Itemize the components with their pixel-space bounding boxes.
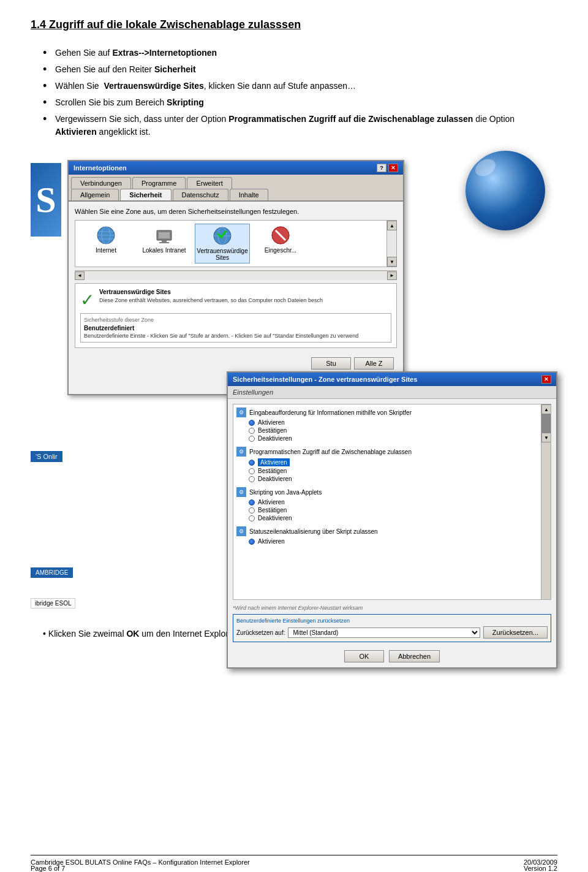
stu-button[interactable]: Stu bbox=[311, 357, 351, 370]
dialog-footer-btns: OK Abbrechen bbox=[228, 645, 556, 667]
page-wrapper: 1.4 Zugriff auf die lokale Zwischenablag… bbox=[0, 0, 588, 872]
version-label: Version 1.2 bbox=[524, 865, 557, 872]
radio-1-c[interactable] bbox=[249, 436, 255, 442]
radio-2-a[interactable] bbox=[249, 460, 255, 466]
benurtz-desc: Benutzerdefinierte Einste - Klicken Sie … bbox=[84, 333, 388, 339]
option-aktivieren-2[interactable]: Aktivieren bbox=[249, 458, 548, 466]
zone-intranet-label: Lokales Intranet bbox=[142, 247, 186, 254]
option-deaktivieren-3[interactable]: Deaktivieren bbox=[249, 515, 548, 521]
titlebar-controls: ? ✕ bbox=[377, 164, 398, 172]
radio-4-a[interactable] bbox=[249, 539, 255, 545]
reset-button[interactable]: Zurücksetzen... bbox=[483, 626, 548, 639]
setting-group-zwischenablage: ⚙ Programmatischen Zugriff auf die Zwisc… bbox=[236, 447, 548, 482]
s-online-label: 'S Onlir bbox=[31, 451, 62, 462]
alle-button[interactable]: Alle Z bbox=[354, 357, 394, 370]
cambridge-label: AMBRIDGE bbox=[31, 567, 73, 578]
radio-1-b[interactable] bbox=[249, 428, 255, 434]
security-dialog-title: Sicherheitseinstellungen - Zone vertraue… bbox=[233, 376, 417, 383]
aktivieren-bold: Aktivieren bbox=[55, 127, 97, 137]
group4-label: Statuszeilenaktualisierung über Skript z… bbox=[249, 528, 378, 535]
trusted-info: Vertrauenswürdige Sites Diese Zone enthä… bbox=[99, 289, 323, 306]
option-bestaetigen-1[interactable]: Bestätigen bbox=[249, 427, 548, 434]
reset-section: Benutzerdefinierte Einstellungen zurücks… bbox=[233, 614, 551, 642]
option-bestaetigen-2[interactable]: Bestätigen bbox=[249, 468, 548, 474]
radio-3-b[interactable] bbox=[249, 507, 255, 514]
radio-label-2c: Deaktivieren bbox=[258, 476, 292, 482]
trusted-desc: Diese Zone enthält Websites, ausreichend… bbox=[99, 297, 323, 303]
page-footer: Cambridge ESOL BULATS Online FAQs – Konf… bbox=[31, 855, 557, 866]
radio-3-c[interactable] bbox=[249, 515, 255, 521]
scroll-up[interactable]: ▲ bbox=[387, 221, 397, 230]
internet-icon bbox=[96, 226, 116, 245]
list-item: Wählen Sie Vertrauenswürdige Sites, klic… bbox=[43, 80, 557, 93]
reset-select[interactable]: Mittel (Standard) bbox=[288, 627, 480, 638]
sicherheit-bold: Sicherheit bbox=[154, 64, 196, 74]
zones-container: Internet Lokales Intranet bbox=[75, 220, 397, 267]
svg-rect-8 bbox=[159, 242, 169, 243]
option-aktivieren-1[interactable]: Aktivieren bbox=[249, 419, 548, 426]
tab-erweitert[interactable]: Erweitert bbox=[187, 177, 232, 189]
reset-row: Zurücksetzen auf: Mittel (Standard) Zurü… bbox=[236, 626, 548, 639]
list-item: Vergewissern Sie sich, dass unter der Op… bbox=[43, 113, 557, 138]
security-dialog: Sicherheitseinstellungen - Zone vertraue… bbox=[227, 371, 557, 669]
list-item: Scrollen Sie bis zum Bereich Skripting bbox=[43, 96, 557, 109]
scroll-down[interactable]: ▼ bbox=[387, 257, 397, 267]
radio-label-4a: Aktivieren bbox=[258, 538, 285, 545]
zones-scrollbar[interactable]: ▲ ▼ bbox=[386, 221, 396, 267]
option-deaktivieren-2[interactable]: Deaktivieren bbox=[249, 476, 548, 482]
setting-group-statuszeile: ⚙ Statuszeilenaktualisierung über Skript… bbox=[236, 526, 548, 545]
trusted-panel: ✓ Vertrauenswürdige Sites Diese Zone ent… bbox=[75, 283, 397, 348]
intranet-icon bbox=[154, 226, 174, 245]
radio-label-3b: Bestätigen bbox=[258, 507, 287, 514]
radio-2-c[interactable] bbox=[249, 476, 255, 482]
option-deaktivieren-1[interactable]: Deaktivieren bbox=[249, 435, 548, 442]
group2-title: ⚙ Programmatischen Zugriff auf die Zwisc… bbox=[236, 447, 548, 457]
zone-trusted[interactable]: Vertrauenswürdige Sites bbox=[195, 224, 250, 263]
tab-allgemein[interactable]: Allgemein bbox=[71, 189, 119, 200]
settings-header: Einstellungen bbox=[228, 386, 556, 399]
setting-icon-1: ⚙ bbox=[236, 408, 246, 417]
tab-sicherheit[interactable]: Sicherheit bbox=[120, 189, 171, 200]
group2-label: Programmatischen Zugriff auf die Zwische… bbox=[249, 449, 412, 455]
security-close-btn[interactable]: ✕ bbox=[541, 375, 551, 384]
group4-title: ⚙ Statuszeilenaktualisierung über Skript… bbox=[236, 526, 548, 536]
radio-1-a[interactable] bbox=[249, 420, 255, 426]
option-aktivieren-3[interactable]: Aktivieren bbox=[249, 499, 548, 506]
tab-programme[interactable]: Programme bbox=[132, 177, 186, 189]
radio-label-1b: Bestätigen bbox=[258, 427, 287, 434]
help-btn[interactable]: ? bbox=[377, 164, 386, 172]
group1-title: ⚙ Eingabeaufforderung für Informationen … bbox=[236, 408, 548, 417]
settings-scrollbar[interactable]: ▲ ▼ bbox=[541, 404, 551, 599]
tabs-row1: Verbindungen Programme Erweitert bbox=[69, 175, 403, 189]
zone-restricted[interactable]: Eingeschr... bbox=[253, 224, 308, 263]
zones-hscrollbar[interactable]: ◄ ► bbox=[75, 270, 397, 280]
ie-titlebar: Internetoptionen ? ✕ bbox=[69, 161, 403, 175]
globe-circle bbox=[466, 151, 545, 230]
cancel-button[interactable]: Abbrechen bbox=[389, 650, 440, 662]
page-number: Page 6 of 7 bbox=[31, 865, 65, 872]
zone-restricted-label: Eingeschr... bbox=[265, 247, 296, 254]
benutzerdefiniert: Benutzerdefiniert bbox=[84, 325, 388, 332]
zone-internet[interactable]: Internet bbox=[78, 224, 134, 263]
tab-datenschutz[interactable]: Datenschutz bbox=[173, 189, 228, 200]
tab-inhalte[interactable]: Inhalte bbox=[230, 189, 268, 200]
tab-verbindungen[interactable]: Verbindungen bbox=[71, 177, 131, 189]
zone-intranet[interactable]: Lokales Intranet bbox=[137, 224, 192, 263]
option-bestaetigen-3[interactable]: Bestätigen bbox=[249, 507, 548, 514]
page-title: 1.4 Zugriff auf die lokale Zwischenablag… bbox=[31, 18, 557, 31]
radio-label-2a: Aktivieren bbox=[258, 458, 290, 466]
radio-3-a[interactable] bbox=[249, 499, 255, 506]
globe-decoration bbox=[466, 151, 545, 230]
radio-label-1a: Aktivieren bbox=[258, 419, 285, 426]
option-bold: Programmatischen Zugriff auf die Zwische… bbox=[228, 114, 473, 124]
setting-icon-4: ⚙ bbox=[236, 526, 246, 536]
zone-trusted-label: Vertrauenswürdige Sites bbox=[197, 248, 247, 261]
ok-button[interactable]: OK bbox=[344, 650, 384, 662]
radio-2-b[interactable] bbox=[249, 468, 255, 474]
restricted-icon bbox=[271, 226, 290, 245]
instruction-list: Gehen Sie auf Extras-->Internetoptionen … bbox=[43, 47, 557, 138]
ie-content: Wählen Sie eine Zone aus, um deren Siche… bbox=[69, 202, 403, 394]
option-aktivieren-4[interactable]: Aktivieren bbox=[249, 538, 548, 545]
close-btn[interactable]: ✕ bbox=[388, 164, 398, 172]
list-item: Gehen Sie auf den Reiter Sicherheit bbox=[43, 63, 557, 76]
